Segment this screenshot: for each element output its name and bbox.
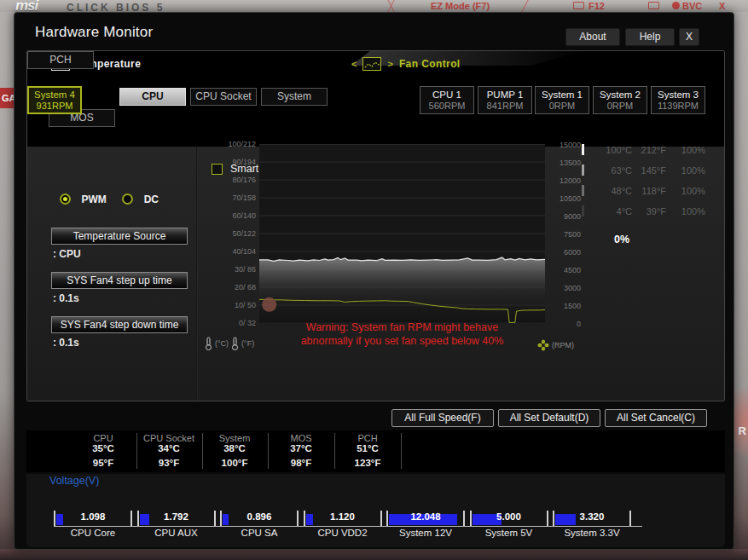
temperature-readout: MOS 37°C 98°F xyxy=(268,433,334,469)
meter-label: System 12V xyxy=(386,528,465,538)
fan-tab[interactable]: System 2 0RPM xyxy=(593,86,647,114)
temperature-source-button[interactable]: Temperature Source xyxy=(51,228,188,245)
temperature-readout: CPU Socket 34°C 93°F xyxy=(136,433,202,469)
axis-tick-label: 0/ 32 xyxy=(206,315,256,332)
axis-tick-label: 13500 xyxy=(552,154,581,172)
meter-value: 1.792 xyxy=(137,511,216,522)
voltage-meter: 12.048 System 12V xyxy=(386,511,465,526)
legend-percent: 100% xyxy=(666,145,705,155)
meter-value: 12.048 xyxy=(386,511,465,522)
step-down-time-value: : 0.1s xyxy=(53,337,79,349)
window-title: Hardware Monitor xyxy=(35,24,153,41)
readout-label: System xyxy=(201,433,268,443)
click-bios-label: CLICK BIOS 5 xyxy=(67,2,165,12)
left-axis-ticks: 100/21290/19480/17670/15860/14050/12240/… xyxy=(206,136,256,332)
fan-tab[interactable]: CPU 1 560RPM xyxy=(420,86,474,114)
readout-celsius: 34°C xyxy=(136,443,202,454)
axis-tick-label: 20/ 68 xyxy=(206,279,256,297)
axis-tick-label: 60/140 xyxy=(206,207,256,225)
voltage-meter: 0.896 CPU SA xyxy=(220,511,299,526)
fan-tab-name: System 1 xyxy=(536,89,589,101)
pwm-radio[interactable] xyxy=(60,193,71,205)
temperature-tab[interactable]: System xyxy=(261,88,328,106)
readout-label: PCH xyxy=(334,433,401,443)
fan-curve-drag-handle[interactable] xyxy=(262,297,276,312)
readout-celsius: 38°C xyxy=(201,443,268,454)
legend-row: 63°C 145°F 100% xyxy=(582,165,705,176)
temp-unit-labels: (°C) (°F) xyxy=(205,337,254,350)
fan-control-section-header: < > Fan Control xyxy=(351,57,461,71)
fan-tab[interactable]: System 4 931RPM xyxy=(27,86,82,114)
rpm-unit: (RPM) xyxy=(552,341,574,349)
fan-tab-rpm: 931RPM xyxy=(29,101,80,112)
fan-tab[interactable]: System 1 0RPM xyxy=(535,86,589,114)
voltage-panel: Voltage(V) 1.098 CPU Core xyxy=(26,474,725,547)
fan-action-button[interactable]: All Set Cancel(C) xyxy=(605,409,707,427)
fan-action-button[interactable]: All Set Default(D) xyxy=(498,409,600,427)
meter-label: CPU Core xyxy=(54,528,132,538)
legend-fahrenheit: 145°F xyxy=(632,165,666,176)
fan-tab-name: System 3 xyxy=(652,89,705,101)
legend-celsius: 63°C xyxy=(598,165,632,176)
fan-action-button[interactable]: All Full Speed(F) xyxy=(391,409,494,427)
legend-percent: 100% xyxy=(666,165,705,176)
meter-label: System 3.3V xyxy=(553,528,631,538)
prev-fan-arrow-icon[interactable]: < xyxy=(351,59,357,69)
fan-tab[interactable]: System 3 1139RPM xyxy=(651,86,705,114)
temperature-readout: System 38°C 100°F xyxy=(201,433,268,469)
meter-label: CPU SA xyxy=(220,528,299,538)
fan-tab[interactable]: PUMP 1 841RPM xyxy=(478,86,532,114)
bvc-label: BVC xyxy=(682,1,702,11)
fan-curve-plot[interactable] xyxy=(259,144,545,323)
fan-tab-rpm: 560RPM xyxy=(420,101,473,112)
legend-bar xyxy=(582,185,584,196)
warning-line-2: abnormally if you set fan speed below 40… xyxy=(259,334,545,348)
warning-line-1: Warning: System fan RPM might behave xyxy=(259,320,545,334)
axis-tick-label: 6000 xyxy=(552,244,581,262)
decorative-cross-icon: ╳ xyxy=(388,0,394,12)
help-button[interactable]: Help xyxy=(625,28,675,46)
axis-tick-label: 9000 xyxy=(552,208,581,226)
decorative-cross-icon: ╱ xyxy=(522,0,528,12)
step-down-time-button[interactable]: SYS Fan4 step down time xyxy=(51,316,188,333)
axis-tick-label: 4500 xyxy=(552,262,581,280)
legend-row: 100°C 212°F 100% xyxy=(582,144,705,155)
thermometer-fahrenheit-icon xyxy=(231,337,239,350)
temperature-tab[interactable]: CPU Socket xyxy=(190,88,257,106)
legend-fahrenheit: 212°F xyxy=(632,145,666,155)
axis-tick-label: 40/104 xyxy=(206,243,256,261)
step-up-time-button[interactable]: SYS Fan4 step up time xyxy=(51,272,188,289)
temperature-tab[interactable]: CPU xyxy=(119,88,186,106)
thermometer-celsius-icon xyxy=(205,337,212,350)
temperature-readouts: CPU 35°C 95°F CPU Socket 34°C 93°F Syste… xyxy=(26,430,725,472)
next-fan-arrow-icon[interactable]: > xyxy=(387,59,392,69)
axis-tick-label: 50/122 xyxy=(206,225,256,243)
meter-label: System 5V xyxy=(470,528,548,538)
meter-label: CPU AUX xyxy=(137,528,216,538)
axis-tick-label: 3000 xyxy=(552,280,581,297)
voltage-meters: 1.098 CPU Core 1.792 CPU AUX xyxy=(26,474,725,547)
background-top-bar: msi CLICK BIOS 5 ╳ EZ Mode (F7) ╱ F12 BV… xyxy=(0,0,748,12)
temperature-tab[interactable]: PCH xyxy=(27,51,94,69)
meter-value: 3.320 xyxy=(553,511,631,522)
meter-value: 1.098 xyxy=(54,511,132,522)
meter-value: 1.120 xyxy=(304,511,382,522)
voltage-meter: 5.000 System 5V xyxy=(470,511,548,526)
legend-percent: 100% xyxy=(666,206,705,216)
axis-tick-label: 80/176 xyxy=(206,171,256,189)
fan-tab-name: PUMP 1 xyxy=(478,89,531,101)
readout-label: MOS xyxy=(268,433,334,443)
readout-celsius: 35°C xyxy=(70,443,136,454)
axis-tick-label: 0 xyxy=(552,315,581,333)
close-button[interactable]: X xyxy=(679,28,699,46)
about-button[interactable]: About xyxy=(565,28,620,46)
legend-celsius: 100°C xyxy=(598,145,632,155)
readout-divider xyxy=(401,433,402,469)
fahrenheit-unit: (°F) xyxy=(241,339,254,348)
legend-row: 4°C 39°F 100% xyxy=(582,205,705,216)
readout-divider xyxy=(202,433,203,469)
temperature-source-value: : CPU xyxy=(53,248,81,260)
readout-label: CPU xyxy=(70,433,136,443)
dc-radio[interactable] xyxy=(122,193,133,205)
ez-mode-button: EZ Mode (F7) xyxy=(431,1,490,11)
